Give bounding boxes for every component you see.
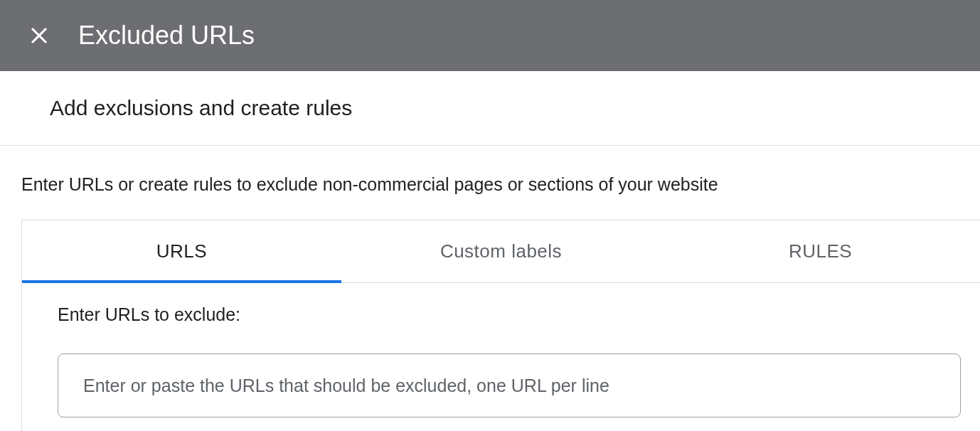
urls-input[interactable] — [58, 353, 961, 417]
close-icon — [28, 25, 50, 46]
close-button[interactable] — [28, 25, 50, 46]
section-description: Enter URLs or create rules to exclude no… — [0, 146, 980, 220]
tab-label: URLS — [156, 240, 207, 262]
tab-label: Custom labels — [440, 240, 562, 262]
section-title: Add exclusions and create rules — [0, 96, 980, 146]
tab-label: RULES — [789, 240, 852, 262]
tab-rules[interactable]: RULES — [661, 220, 980, 282]
tabs-container: URLS Custom labels RULES Enter URLs to e… — [21, 220, 980, 431]
dialog-content: Add exclusions and create rules Enter UR… — [0, 71, 980, 431]
dialog-title: Excluded URLs — [78, 21, 255, 50]
tab-content-urls: Enter URLs to exclude: — [22, 283, 980, 431]
tab-custom-labels[interactable]: Custom labels — [341, 220, 661, 282]
tab-urls[interactable]: URLS — [22, 220, 341, 282]
tabs: URLS Custom labels RULES — [22, 220, 980, 283]
urls-field-label: Enter URLs to exclude: — [58, 304, 944, 325]
dialog-header: Excluded URLs — [0, 0, 980, 71]
